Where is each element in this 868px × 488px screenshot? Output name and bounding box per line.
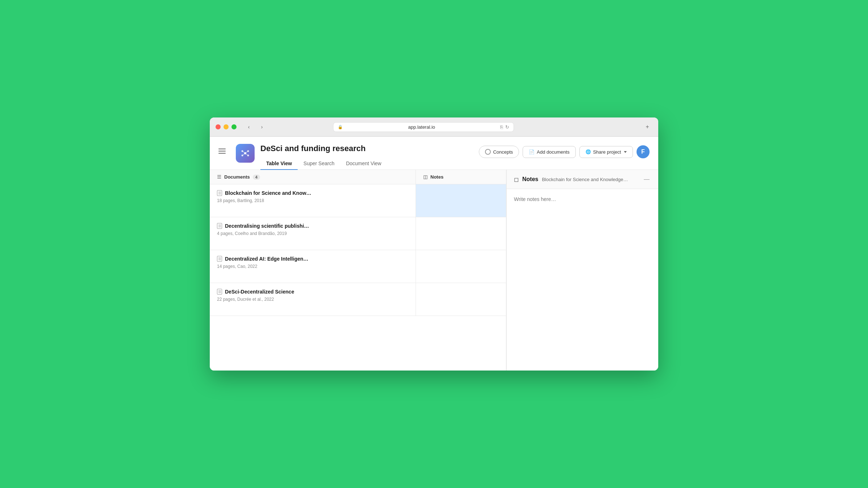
documents-table: ☰ Documents 4 ◫ Notes Blockchain for S	[210, 170, 506, 371]
document-meta: 4 pages, Coelho and Brandão, 2019	[217, 231, 408, 236]
hamburger-line-3	[218, 153, 226, 154]
tab-document-view[interactable]: Document View	[340, 158, 387, 170]
svg-line-6	[245, 151, 248, 153]
app-header: DeSci and funding research Table View Su…	[210, 137, 658, 170]
notes-panel-close-button[interactable]: —	[642, 175, 651, 184]
document-add-icon: 📄	[529, 149, 535, 155]
header-tabs: Table View Super Search Document View	[260, 158, 473, 170]
maximize-window-button[interactable]	[231, 124, 237, 129]
tab-super-search[interactable]: Super Search	[298, 158, 340, 170]
document-name: DeSci-Decentralized Science	[217, 289, 408, 295]
notes-column-header: ◫ Notes	[416, 170, 506, 184]
add-documents-button[interactable]: 📄 Add documents	[523, 146, 575, 158]
table-row[interactable]: Blockchain for Science and Know… 18 page…	[210, 184, 506, 217]
doc-file-icon	[217, 190, 222, 196]
app-content: DeSci and funding research Table View Su…	[210, 137, 658, 371]
document-cell[interactable]: Blockchain for Science and Know… 18 page…	[210, 184, 416, 217]
address-bar[interactable]: 🔒 app.lateral.io ⎘ ↻	[333, 122, 514, 132]
document-name: Decentralising scientific publishi…	[217, 223, 408, 229]
globe-icon: 🌐	[586, 149, 591, 154]
notes-body[interactable]	[507, 189, 658, 371]
back-button[interactable]: ‹	[244, 122, 254, 132]
header-center: DeSci and funding research Table View Su…	[260, 144, 473, 170]
documents-column-header: ☰ Documents 4	[210, 170, 416, 184]
forward-button[interactable]: ›	[257, 122, 267, 132]
share-project-button[interactable]: 🌐 Share project	[579, 146, 633, 158]
url-text: app.lateral.io	[345, 124, 498, 130]
document-name: Blockchain for Science and Know…	[217, 190, 408, 196]
notes-panel: ◻ Notes Blockchain for Science and Knowl…	[506, 170, 658, 371]
document-cell[interactable]: Decentralized AI: Edge Intelligen… 14 pa…	[210, 250, 416, 283]
document-meta: 18 pages, Bartling, 2018	[217, 198, 408, 203]
notes-cell[interactable]	[416, 283, 506, 316]
doc-file-icon	[217, 256, 222, 262]
user-avatar[interactable]: F	[637, 145, 650, 158]
sidebar-toggle-button[interactable]	[218, 145, 230, 157]
notes-cell[interactable]	[416, 217, 506, 250]
header-actions: Concepts 📄 Add documents 🌐 Share project…	[479, 145, 650, 158]
table-header: ☰ Documents 4 ◫ Notes	[210, 170, 506, 184]
notes-panel-title: Notes	[522, 176, 538, 183]
project-icon	[236, 144, 255, 163]
translate-icon[interactable]: ⎘	[500, 124, 503, 130]
table-row[interactable]: Decentralized AI: Edge Intelligen… 14 pa…	[210, 250, 506, 283]
notes-textarea[interactable]	[514, 196, 651, 363]
documents-count-badge: 4	[253, 175, 260, 180]
minimize-window-button[interactable]	[224, 124, 229, 129]
notes-panel-subtitle: Blockchain for Science and Knowledge…	[542, 177, 639, 182]
document-meta: 22 pages, Ducrée et al., 2022	[217, 297, 408, 302]
notes-cell[interactable]	[416, 184, 506, 217]
new-tab-button[interactable]: +	[642, 122, 652, 132]
close-window-button[interactable]	[216, 124, 221, 129]
doc-file-icon	[217, 289, 222, 295]
chevron-down-icon	[624, 151, 627, 153]
project-title: DeSci and funding research	[260, 144, 473, 153]
svg-line-5	[242, 151, 245, 153]
document-cell[interactable]: DeSci-Decentralized Science 22 pages, Du…	[210, 283, 416, 316]
traffic-lights	[216, 124, 237, 129]
svg-line-8	[245, 153, 248, 155]
tab-table-view[interactable]: Table View	[260, 158, 298, 170]
reload-icon[interactable]: ↻	[505, 124, 509, 130]
browser-window: ‹ › 🔒 app.lateral.io ⎘ ↻ +	[210, 117, 658, 371]
hamburger-line-1	[218, 149, 226, 149]
notes-col-icon: ◫	[423, 174, 427, 180]
concepts-icon	[485, 149, 491, 155]
hamburger-line-2	[218, 151, 226, 151]
browser-actions: +	[642, 122, 652, 132]
main-area: ☰ Documents 4 ◫ Notes Blockchain for S	[210, 170, 658, 371]
document-icon: ☰	[217, 174, 221, 180]
svg-line-7	[242, 153, 245, 155]
document-meta: 14 pages, Cao, 2022	[217, 264, 408, 269]
address-bar-actions: ⎘ ↻	[500, 124, 509, 130]
table-row[interactable]: DeSci-Decentralized Science 22 pages, Du…	[210, 283, 506, 316]
lock-icon: 🔒	[338, 125, 343, 129]
browser-navigation: ‹ ›	[244, 122, 267, 132]
doc-file-icon	[217, 223, 222, 229]
notes-cell[interactable]	[416, 250, 506, 283]
concepts-button[interactable]: Concepts	[479, 146, 519, 158]
browser-chrome: ‹ › 🔒 app.lateral.io ⎘ ↻ +	[210, 117, 658, 137]
notes-panel-header: ◻ Notes Blockchain for Science and Knowl…	[507, 170, 658, 189]
table-row[interactable]: Decentralising scientific publishi… 4 pa…	[210, 217, 506, 250]
document-name: Decentralized AI: Edge Intelligen…	[217, 256, 408, 262]
document-cell[interactable]: Decentralising scientific publishi… 4 pa…	[210, 217, 416, 250]
notes-panel-icon: ◻	[514, 176, 519, 183]
